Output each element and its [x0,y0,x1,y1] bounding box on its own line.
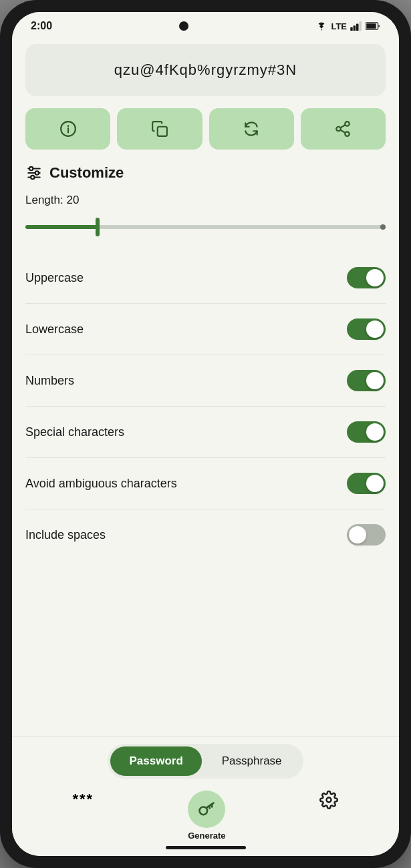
nav-generate[interactable]: Generate [188,791,225,841]
toggle-label-lowercase: Lowercase [25,322,84,337]
toggle-knob-special [366,423,384,441]
key-icon [197,800,216,819]
sliders-icon [25,164,43,182]
slider-max-dot [380,224,386,230]
battery-icon [366,21,380,31]
copy-icon [151,120,168,138]
info-icon [59,120,77,138]
toggle-row-lowercase: Lowercase [25,304,386,355]
toggle-switch-avoid_ambiguous[interactable] [347,473,386,494]
toggle-knob-avoid_ambiguous [366,475,384,492]
slider-fill [25,225,98,229]
toggle-row-uppercase: Uppercase [25,252,386,304]
toggle-row-special: Special characters [25,407,386,458]
generate-label: Generate [188,831,225,841]
toggle-label-avoid_ambiguous: Avoid ambiguous characters [25,477,177,491]
svg-point-20 [31,176,34,179]
customize-header: Customize [25,164,386,182]
signal-icon [350,21,362,31]
toggle-label-uppercase: Uppercase [25,271,84,285]
nav-vault[interactable]: *** [72,791,94,808]
length-label: Length: 20 [25,194,386,207]
toggle-row-spaces: Include spaces [25,509,386,560]
svg-rect-2 [356,24,359,31]
toggle-switch-lowercase[interactable] [347,318,386,340]
slider-thumb[interactable] [96,218,100,236]
svg-point-11 [337,127,341,132]
svg-point-12 [346,132,350,136]
tab-pill: Password Passphrase [108,744,303,779]
copy-button[interactable] [117,108,202,150]
nav-settings[interactable] [319,791,338,809]
svg-point-19 [35,171,39,174]
share-icon [334,120,352,138]
generate-btn-bg [188,791,225,828]
toggle-switch-spaces[interactable] [347,524,386,546]
tab-password[interactable]: Password [110,746,201,776]
status-bar: 2:00 LTE [12,12,399,37]
status-icons: LTE [315,21,380,31]
bottom-nav: *** Generate [12,787,399,841]
svg-rect-1 [354,25,356,31]
svg-line-13 [341,130,346,133]
status-time: 2:00 [31,20,52,32]
customize-title: Customize [49,164,124,182]
info-button[interactable] [25,108,110,150]
bottom-bar: Password Passphrase *** [12,736,399,856]
camera-notch [179,21,188,31]
password-value: qzu@4fKqb%rgyrzmy#3N [39,61,372,79]
lte-indicator: LTE [331,21,347,31]
toggle-switch-special[interactable] [347,421,386,443]
svg-rect-3 [359,21,362,31]
password-display-box: qzu@4fKqb%rgyrzmy#3N [25,44,386,96]
svg-rect-5 [366,23,376,29]
action-buttons-row [25,108,386,150]
svg-point-18 [29,167,33,170]
toggle-label-numbers: Numbers [25,374,74,388]
settings-icon [319,791,338,809]
length-slider[interactable] [25,215,386,239]
length-section: Length: 20 [25,194,386,239]
vault-icon: *** [72,791,94,808]
slider-track [25,225,386,229]
refresh-icon [243,120,260,138]
refresh-button[interactable] [209,108,294,150]
svg-rect-9 [158,127,167,136]
toggle-row-numbers: Numbers [25,355,386,407]
toggle-knob-lowercase [366,320,384,338]
toggle-label-special: Special characters [25,425,124,439]
svg-point-10 [346,122,350,126]
home-indicator [166,846,246,849]
toggle-knob-uppercase [366,269,384,286]
tab-selector: Password Passphrase [12,744,399,779]
share-button[interactable] [301,108,386,150]
svg-line-14 [341,125,346,128]
toggle-label-spaces: Include spaces [25,528,106,542]
toggle-knob-spaces [349,526,366,544]
toggle-list: UppercaseLowercaseNumbersSpecial charact… [25,252,386,560]
tab-passphrase[interactable]: Passphrase [203,746,301,776]
svg-rect-0 [350,27,353,31]
svg-point-25 [327,798,331,803]
main-content: qzu@4fKqb%rgyrzmy#3N [12,37,399,736]
toggle-switch-uppercase[interactable] [347,267,386,288]
toggle-row-avoid_ambiguous: Avoid ambiguous characters [25,458,386,509]
wifi-icon [315,21,327,31]
toggle-knob-numbers [366,372,384,389]
toggle-switch-numbers[interactable] [347,370,386,391]
